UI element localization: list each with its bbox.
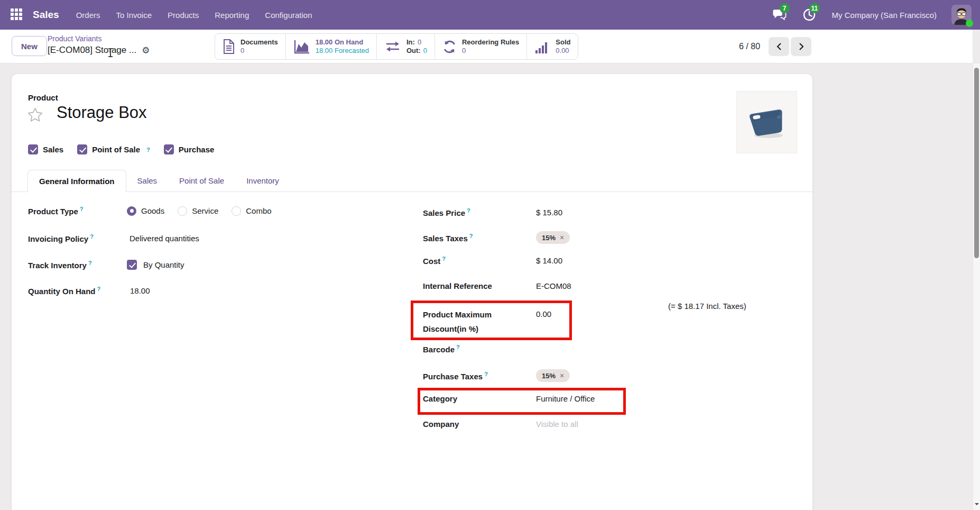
radio-goods[interactable]: Goods: [127, 206, 164, 216]
flag-pos-label: Point of Sale: [92, 145, 140, 154]
radio-goods-dot[interactable]: [127, 206, 136, 216]
field-product-type: Product Type? Goods Service Combo: [28, 206, 285, 216]
new-button[interactable]: New: [12, 36, 47, 56]
vertical-scrollbar: [973, 63, 980, 510]
scrollbar-thumb[interactable]: [974, 68, 979, 258]
tag-remove-icon[interactable]: ×: [560, 371, 564, 380]
radio-combo[interactable]: Combo: [232, 206, 271, 216]
tax-included-note: (= $ 18.17 Incl. Taxes): [668, 302, 746, 311]
stat-out-label: Out:: [406, 47, 421, 55]
company-value-placeholder[interactable]: Visible to all: [536, 420, 578, 429]
tab-sales[interactable]: Sales: [126, 169, 169, 192]
favorite-star-icon[interactable]: [27, 107, 43, 123]
menu-to-invoice[interactable]: To Invoice: [116, 11, 152, 20]
online-status-dot: [966, 20, 973, 27]
mouse-cursor-icon: [107, 48, 114, 58]
radio-goods-label: Goods: [141, 206, 164, 215]
area-chart-icon: [293, 39, 310, 54]
stat-reordering-rules[interactable]: Reordering Rules 0: [434, 34, 526, 59]
scrollbar-down-arrow[interactable]: [973, 500, 980, 509]
pager-next-button[interactable]: [791, 37, 811, 56]
help-icon: ?: [80, 206, 84, 212]
stat-in-out[interactable]: In: 0 Out: 0: [376, 34, 434, 59]
checkbox-purchase[interactable]: [164, 144, 174, 154]
record-type-label: Product: [28, 93, 58, 102]
stat-reordering-value: 0: [462, 47, 519, 55]
stat-on-hand-label: 18.00 On Hand: [316, 38, 369, 47]
gear-icon[interactable]: ⚙: [142, 46, 150, 55]
stat-on-hand[interactable]: 18.00 On Hand 18.00 Forecasted: [285, 34, 376, 59]
tab-inventory[interactable]: Inventory: [235, 169, 290, 192]
field-company: Company Visible to all: [423, 420, 578, 429]
cost-value[interactable]: $ 14.00: [536, 256, 562, 265]
category-value[interactable]: Furniture / Office: [536, 394, 595, 403]
pager-previous-button[interactable]: [769, 37, 789, 56]
tab-point-of-sale[interactable]: Point of Sale: [168, 169, 235, 192]
help-icon: ?: [146, 147, 150, 153]
category-label: Category: [423, 394, 457, 403]
product-image[interactable]: [736, 91, 797, 153]
stat-in-value: 0: [418, 38, 421, 47]
product-type-label: Product Type: [28, 207, 78, 216]
flag-purchase[interactable]: Purchase: [164, 144, 215, 154]
chevron-right-icon: [797, 42, 806, 51]
company-switcher[interactable]: My Company (San Francisco): [832, 11, 937, 20]
stat-sold[interactable]: Sold 0.00: [526, 34, 578, 59]
sales-price-value[interactable]: $ 15.80: [536, 208, 562, 217]
company-label: Company: [423, 420, 459, 429]
product-title[interactable]: Storage Box: [57, 103, 147, 122]
flag-sales[interactable]: Sales: [28, 144, 63, 154]
flag-point-of-sale[interactable]: Point of Sale ?: [77, 144, 150, 154]
quantity-on-hand-value[interactable]: 18.00: [130, 286, 150, 295]
sales-tax-tag[interactable]: 15% ×: [536, 231, 570, 244]
menu-reporting[interactable]: Reporting: [215, 11, 249, 20]
activities-icon[interactable]: 11: [802, 8, 817, 22]
invoicing-policy-value[interactable]: Delivered quantities: [130, 234, 199, 243]
max-discount-value[interactable]: 0.00: [536, 309, 551, 318]
stat-documents[interactable]: Documents 0: [215, 34, 285, 59]
checkbox-track-inventory[interactable]: [127, 260, 137, 270]
radio-combo-dot[interactable]: [232, 206, 241, 216]
stat-reordering-label: Reordering Rules: [462, 38, 519, 47]
messages-count-badge: 7: [780, 3, 790, 13]
radio-service-dot[interactable]: [178, 206, 187, 216]
breadcrumb-parent-link[interactable]: Product Variants: [48, 34, 150, 43]
barcode-label: Barcode: [423, 345, 455, 354]
radio-service[interactable]: Service: [178, 206, 218, 216]
help-icon: ?: [88, 260, 92, 266]
checkbox-sales[interactable]: [28, 144, 38, 154]
notebook-tabs: General Information Sales Point of Sale …: [12, 169, 812, 192]
refresh-arrows-icon: [442, 40, 457, 54]
tab-general-information[interactable]: General Information: [27, 170, 126, 192]
menu-orders[interactable]: Orders: [76, 11, 100, 20]
user-avatar[interactable]: [951, 5, 972, 25]
stat-forecasted-label: 18.00 Forecasted: [316, 47, 369, 55]
stat-in-label: In:: [406, 38, 415, 47]
messages-icon[interactable]: 7: [773, 8, 788, 22]
field-track-inventory: Track Inventory? By Quantity: [28, 260, 184, 270]
internal-reference-value[interactable]: E-COM08: [536, 281, 571, 290]
purchase-tax-tag[interactable]: 15% ×: [536, 369, 570, 382]
apps-menu-icon[interactable]: [11, 8, 23, 21]
stat-sold-label: Sold: [556, 38, 570, 47]
navbar-menu: Orders To Invoice Products Reporting Con…: [76, 11, 312, 20]
menu-configuration[interactable]: Configuration: [265, 11, 312, 20]
app-name[interactable]: Sales: [33, 9, 59, 21]
menu-products[interactable]: Products: [168, 11, 199, 20]
breadcrumb-current: [E-COM08] Storage ...: [48, 45, 136, 56]
help-icon: ?: [442, 256, 446, 262]
stat-buttons: Documents 0 18.00 On Hand 18.00 Forecast…: [215, 33, 578, 60]
checkbox-point-of-sale[interactable]: [77, 144, 87, 154]
radio-combo-label: Combo: [246, 206, 271, 215]
tag-remove-icon[interactable]: ×: [560, 233, 564, 242]
help-icon: ?: [469, 233, 473, 239]
control-panel: New Product Variants [E-COM08] Storage .…: [0, 30, 973, 63]
field-category: Category Furniture / Office: [423, 394, 595, 403]
radio-service-label: Service: [192, 206, 218, 215]
top-navbar: Sales Orders To Invoice Products Reporti…: [0, 0, 980, 30]
storage-box-image: [746, 105, 788, 140]
max-discount-label-line2: Discount(in %): [423, 322, 536, 336]
track-inventory-label: Track Inventory: [28, 261, 87, 270]
purchase-tax-tag-label: 15%: [542, 372, 556, 380]
pager-value[interactable]: 6 / 80: [739, 42, 760, 51]
